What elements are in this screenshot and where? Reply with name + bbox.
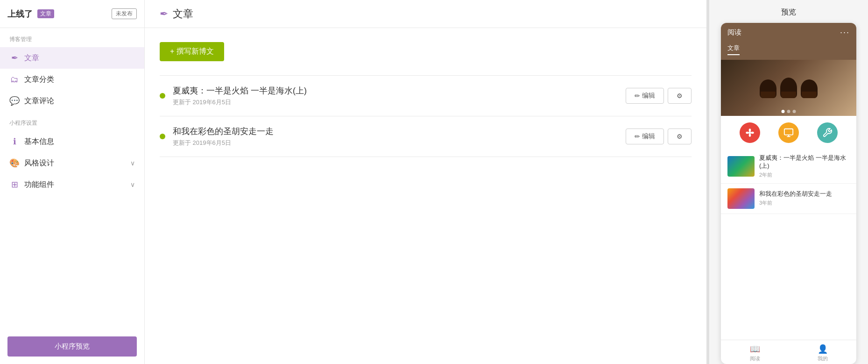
svg-point-0 <box>748 131 751 134</box>
phone-nav-profile[interactable]: 👤 我的 <box>789 344 856 362</box>
banner-dot-3 <box>793 110 796 113</box>
phone-icon-monitor[interactable] <box>778 122 799 143</box>
phone-article-thumb-colorful <box>727 188 755 209</box>
phone-article-date: 3年前 <box>759 200 832 207</box>
edit-label: 编辑 <box>642 132 655 141</box>
phone-bottom-nav: 📖 阅读 👤 我的 <box>721 340 856 364</box>
phone-icons-row <box>721 116 856 150</box>
page-title: 文章 <box>173 7 193 21</box>
phone-article-text: 和我在彩色的圣胡安走一走 3年前 <box>759 190 832 207</box>
settings-button[interactable]: ⚙ <box>668 128 692 144</box>
sidebar-item-style-design[interactable]: 🎨 风格设计 ∨ <box>0 152 144 174</box>
phone-article-date: 2年前 <box>759 171 850 178</box>
sidebar-header: 上线了 文章 未发布 <box>0 0 144 28</box>
phone-nav-read-label: 阅读 <box>750 355 760 362</box>
sidebar-item-label: 基本信息 <box>24 137 54 147</box>
phone-article-title: 夏威夷：一半是火焰 一半是海水(上) <box>759 154 850 170</box>
sidebar-item-label: 文章分类 <box>24 75 54 85</box>
table-row: 和我在彩色的圣胡安走一走 更新于 2019年6月5日 ✏ 编辑 ⚙ <box>160 116 692 157</box>
article-title: 夏威夷：一半是火焰 一半是海水(上) <box>173 85 618 96</box>
phone-article-title: 和我在彩色的圣胡安走一走 <box>759 190 832 198</box>
phone-more-icon: ··· <box>840 28 850 37</box>
profile-icon: 👤 <box>818 344 828 354</box>
article-date: 更新于 2019年6月5日 <box>173 139 618 147</box>
edit-label: 编辑 <box>642 92 655 100</box>
phone-topbar: 阅读 ··· <box>721 23 856 42</box>
sidebar-item-label: 风格设计 <box>24 158 54 168</box>
phone-nav-profile-label: 我的 <box>818 355 828 362</box>
write-new-post-button[interactable]: + 撰写新博文 <box>160 42 224 61</box>
palette-icon: 🎨 <box>9 158 20 168</box>
banner-dot-1 <box>782 110 785 113</box>
phone-icon-flower[interactable] <box>740 122 760 143</box>
table-row: 夏威夷：一半是火焰 一半是海水(上) 更新于 2019年6月5日 ✏ 编辑 ⚙ <box>160 76 692 116</box>
svg-point-1 <box>748 128 751 131</box>
article-actions: ✏ 编辑 ⚙ <box>626 88 692 104</box>
sidebar-bottom: 小程序预览 <box>0 329 144 364</box>
article-title: 和我在彩色的圣胡安走一走 <box>173 126 618 137</box>
edit-button[interactable]: ✏ 编辑 <box>626 88 664 104</box>
chevron-down-icon: ∨ <box>130 159 135 167</box>
phone-mockup: 阅读 ··· 文章 <box>721 23 856 364</box>
edit-button[interactable]: ✏ 编辑 <box>626 128 664 144</box>
article-icon: ✒ <box>9 53 20 63</box>
sidebar-item-label: 文章 <box>24 53 39 63</box>
settings-button[interactable]: ⚙ <box>668 88 692 104</box>
status-dot-active <box>160 134 165 139</box>
status-dot-active <box>160 93 165 99</box>
category-icon: 🗂 <box>9 74 20 85</box>
list-item: 和我在彩色的圣胡安走一走 3年前 <box>721 184 856 214</box>
banner-image <box>721 60 856 116</box>
phone-article-text: 夏威夷：一半是火焰 一半是海水(上) 2年前 <box>759 154 850 178</box>
phone-topbar-title: 阅读 <box>727 28 741 37</box>
phone-article-list: 夏威夷：一半是火焰 一半是海水(上) 2年前 和我在彩色的圣胡安走一走 3年前 <box>721 150 856 340</box>
brand-tag: 文章 <box>37 9 54 18</box>
article-info: 和我在彩色的圣胡安走一走 更新于 2019年6月5日 <box>173 126 618 147</box>
svg-point-3 <box>746 132 748 134</box>
pencil-icon: ✏ <box>635 133 640 140</box>
grid-icon: ⊞ <box>9 179 20 190</box>
status-badge: 未发布 <box>112 8 137 19</box>
svg-point-2 <box>748 134 751 136</box>
sidebar: 上线了 文章 未发布 博客管理 ✒ 文章 🗂 文章分类 💬 文章评论 小程序设置… <box>0 0 145 364</box>
article-actions: ✏ 编辑 ⚙ <box>626 128 692 144</box>
banner-dots <box>782 110 796 113</box>
pencil-icon: ✏ <box>635 92 640 100</box>
read-icon: 📖 <box>750 344 760 354</box>
sidebar-item-basic-info[interactable]: ℹ 基本信息 <box>0 131 144 152</box>
header-icon: ✒ <box>160 8 168 20</box>
svg-point-4 <box>751 132 754 134</box>
tab-articles[interactable]: 文章 <box>727 42 740 55</box>
gear-icon: ⚙ <box>677 133 683 140</box>
list-item: 夏威夷：一半是火焰 一半是海水(上) 2年前 <box>721 150 856 184</box>
sidebar-item-label: 文章评论 <box>24 96 54 106</box>
sidebar-item-label: 功能组件 <box>24 180 54 190</box>
section1-label: 博客管理 <box>0 28 144 47</box>
chevron-down-icon: ∨ <box>130 181 135 188</box>
main-content: ✒ 文章 + 撰写新博文 夏威夷：一半是火焰 一半是海水(上) 更新于 2019… <box>145 0 706 364</box>
sidebar-item-comments[interactable]: 💬 文章评论 <box>0 90 144 112</box>
article-date: 更新于 2019年6月5日 <box>173 98 618 107</box>
svg-rect-5 <box>784 129 793 135</box>
phone-banner <box>721 60 856 116</box>
preview-miniapp-button[interactable]: 小程序预览 <box>7 336 137 357</box>
preview-title: 预览 <box>709 0 868 23</box>
brand-title: 上线了 <box>7 8 33 20</box>
main-header: ✒ 文章 <box>145 0 706 28</box>
sidebar-item-features[interactable]: ⊞ 功能组件 ∨ <box>0 174 144 195</box>
info-icon: ℹ <box>9 136 20 147</box>
section2-label: 小程序设置 <box>0 112 144 131</box>
banner-dot-2 <box>787 110 790 113</box>
preview-panel: 预览 阅读 ··· 文章 <box>709 0 868 364</box>
phone-tab-bar: 文章 <box>721 42 856 60</box>
comment-icon: 💬 <box>9 96 20 106</box>
article-info: 夏威夷：一半是火焰 一半是海水(上) 更新于 2019年6月5日 <box>173 85 618 107</box>
article-list: 夏威夷：一半是火焰 一半是海水(上) 更新于 2019年6月5日 ✏ 编辑 ⚙ <box>160 75 692 157</box>
gear-icon: ⚙ <box>677 92 683 100</box>
phone-nav-read[interactable]: 📖 阅读 <box>721 344 789 362</box>
sidebar-item-categories[interactable]: 🗂 文章分类 <box>0 69 144 90</box>
sidebar-item-articles[interactable]: ✒ 文章 <box>0 47 144 69</box>
phone-article-thumb-hawaii <box>727 156 755 177</box>
phone-icon-wrench[interactable] <box>817 122 838 143</box>
main-body: + 撰写新博文 夏威夷：一半是火焰 一半是海水(上) 更新于 2019年6月5日… <box>145 28 706 364</box>
